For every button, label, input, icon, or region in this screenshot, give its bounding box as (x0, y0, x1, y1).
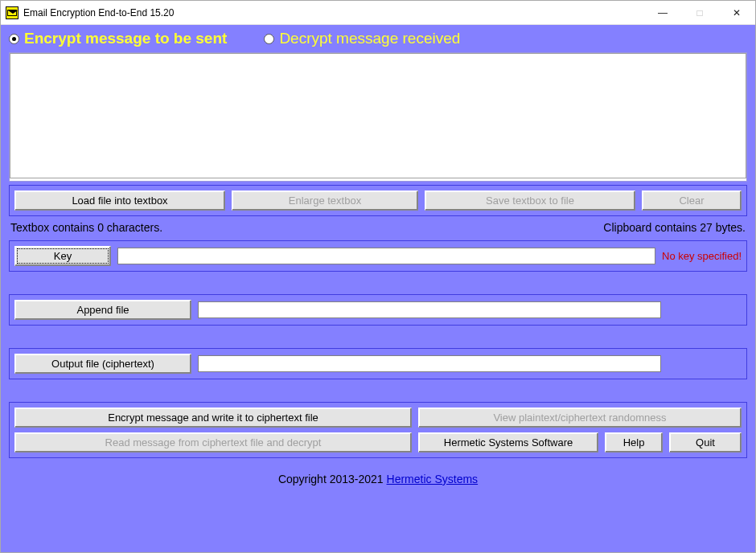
radio-icon (9, 34, 19, 44)
radio-icon (264, 34, 274, 44)
read-decrypt-button: Read message from ciphertext file and de… (14, 432, 412, 453)
key-panel: Key No key specified! (9, 240, 747, 272)
key-input[interactable] (117, 248, 655, 264)
append-file-input[interactable] (198, 301, 661, 318)
radio-encrypt[interactable]: Encrypt message to be sent (9, 30, 227, 47)
enlarge-textbox-button: Enlarge textbox (232, 190, 418, 211)
output-file-button[interactable]: Output file (ciphertext) (14, 354, 191, 374)
load-file-button[interactable]: Load file into textbox (14, 190, 225, 211)
append-file-button[interactable]: Append file (14, 300, 191, 320)
actions-panel: Encrypt message and write it to cipherte… (9, 402, 747, 458)
encrypt-button[interactable]: Encrypt message and write it to cipherte… (14, 408, 412, 428)
mode-selector: Encrypt message to be sent Decrypt messa… (2, 28, 754, 49)
append-file-panel: Append file (9, 294, 747, 326)
output-file-panel: Output file (ciphertext) (9, 348, 747, 379)
status-row: Textbox contains 0 characters. Clipboard… (10, 221, 746, 234)
radio-encrypt-label: Encrypt message to be sent (24, 30, 227, 47)
textbox-chars-status: Textbox contains 0 characters. (10, 221, 162, 234)
key-warning: No key specified! (662, 250, 742, 262)
minimize-button[interactable]: — (644, 1, 681, 24)
help-button[interactable]: Help (605, 432, 663, 453)
maximize-button: □ (681, 1, 718, 24)
window-controls: — □ ✕ (644, 1, 755, 24)
footer: Copyright 2013-2021 Hermetic Systems (2, 473, 754, 485)
hermetic-software-button[interactable]: Hermetic Systems Software (418, 432, 598, 453)
clipboard-status: Clipboard contains 27 bytes. (603, 221, 746, 234)
output-file-input[interactable] (198, 355, 661, 372)
view-randomness-button: View plaintext/ciphertext randomness (418, 408, 742, 428)
titlebar: Email Encryption End-to-End 15.20 — □ ✕ (1, 1, 755, 25)
save-textbox-button: Save textbox to file (425, 190, 635, 211)
copyright-text: Copyright 2013-2021 (278, 473, 387, 485)
textbox-buttons-panel: Load file into textbox Enlarge textbox S… (9, 185, 747, 216)
close-button[interactable]: ✕ (718, 1, 755, 24)
app-window: Email Encryption End-to-End 15.20 — □ ✕ … (0, 0, 756, 553)
message-textbox-frame (9, 52, 747, 182)
clear-button: Clear (642, 190, 742, 211)
hermetic-link[interactable]: Hermetic Systems (387, 473, 479, 485)
message-textbox[interactable] (10, 53, 746, 178)
radio-decrypt[interactable]: Decrypt message received (264, 30, 460, 47)
app-icon (6, 6, 18, 19)
envelope-icon (7, 10, 17, 16)
window-title: Email Encryption End-to-End 15.20 (23, 7, 644, 18)
client-area: Encrypt message to be sent Decrypt messa… (1, 25, 755, 552)
radio-decrypt-label: Decrypt message received (279, 30, 460, 47)
key-button[interactable]: Key (14, 246, 111, 266)
quit-button[interactable]: Quit (669, 432, 742, 453)
